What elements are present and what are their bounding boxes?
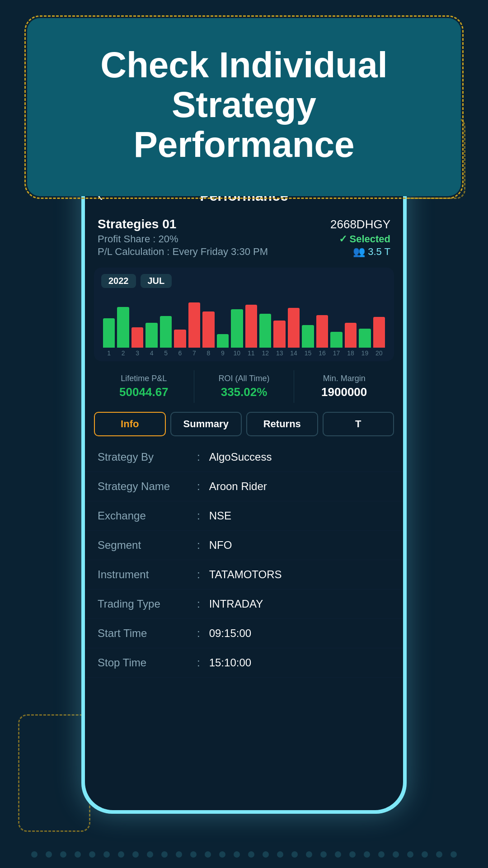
stat-lifetime-pl-label: Lifetime P&L xyxy=(99,374,189,383)
chart-bar-16 xyxy=(316,315,328,348)
chart-bar-6 xyxy=(174,330,186,348)
info-row-3: Segment : NFO xyxy=(85,531,403,560)
info-colon-0: : xyxy=(197,451,200,463)
info-row-1: Strategy Name : Aroon Rider xyxy=(85,472,403,501)
chart-bar-10 xyxy=(231,309,243,348)
chart-bar-2 xyxy=(117,307,129,348)
chart-bar-17 xyxy=(330,332,342,348)
info-colon-7: : xyxy=(197,656,200,669)
chart-bars xyxy=(101,293,387,348)
tab-summary[interactable]: Summary xyxy=(170,412,242,436)
info-key-2: Exchange xyxy=(98,509,197,522)
info-val-4: TATAMOTORS xyxy=(209,568,282,581)
phone-inner: 9:41 xyxy=(85,153,403,810)
profit-share: Profit Share : 20% xyxy=(98,233,178,245)
chart-bar-19 xyxy=(359,329,371,348)
info-key-4: Instrument xyxy=(98,568,197,581)
chart-bar-4 xyxy=(145,323,157,348)
info-key-1: Strategy Name xyxy=(98,480,197,493)
selected-status: ✓ Selected xyxy=(339,233,391,245)
chart-bar-18 xyxy=(345,323,357,348)
info-row-5: Trading Type : INTRADAY xyxy=(85,590,403,619)
chart-x-labels: 1234567891011121314151617181920 xyxy=(101,349,387,357)
chart-bar-14 xyxy=(288,308,300,348)
chart-bar-12 xyxy=(259,314,271,348)
stat-roi-label: ROI (All Time) xyxy=(199,374,290,383)
chart-bar-11 xyxy=(245,305,257,348)
chart-month-label[interactable]: JUL xyxy=(141,274,172,288)
users-count: 👥 3.5 T xyxy=(353,246,390,258)
chart-bar-15 xyxy=(302,325,314,348)
stat-min-margin: Min. Margin 1900000 xyxy=(294,370,394,403)
info-key-0: Strategy By xyxy=(98,451,197,463)
info-key-7: Stop Time xyxy=(98,656,197,669)
info-colon-2: : xyxy=(197,509,200,522)
info-val-5: INTRADAY xyxy=(209,598,263,610)
info-colon-4: : xyxy=(197,568,200,581)
chart-bar-1 xyxy=(103,318,115,348)
stat-roi: ROI (All Time) 335.02% xyxy=(194,370,294,403)
pl-calc: P/L Calculation : Every Friday 3:30 PM xyxy=(98,246,268,258)
tab-info[interactable]: Info xyxy=(94,412,166,436)
strategy-name: Strategies 01 xyxy=(98,217,176,231)
stat-lifetime-pl-value: 50044.67 xyxy=(99,385,189,399)
stat-roi-value: 335.02% xyxy=(199,385,290,399)
chart-year-label[interactable]: 2022 xyxy=(101,274,136,288)
header-card: Check Individual Strategy Performance xyxy=(27,18,461,196)
deco-rect-bottom xyxy=(18,714,90,832)
info-colon-3: : xyxy=(197,539,200,552)
chart-bar-20 xyxy=(373,317,385,348)
chart-bar-8 xyxy=(202,311,214,348)
info-colon-1: : xyxy=(197,480,200,493)
tab-returns[interactable]: Returns xyxy=(246,412,318,436)
info-key-6: Start Time xyxy=(98,627,197,640)
info-val-6: 09:15:00 xyxy=(209,627,251,640)
info-row-7: Stop Time : 15:10:00 xyxy=(85,648,403,678)
info-colon-5: : xyxy=(197,598,200,610)
info-section: Strategy By : AlgoSuccess Strategy Name … xyxy=(85,440,403,810)
info-val-1: Aroon Rider xyxy=(209,480,267,493)
background-dots xyxy=(0,841,488,868)
info-val-0: AlgoSuccess xyxy=(209,451,272,463)
stat-lifetime-pl: Lifetime P&L 50044.67 xyxy=(94,370,194,403)
info-key-5: Trading Type xyxy=(98,598,197,610)
info-row-4: Instrument : TATAMOTORS xyxy=(85,560,403,590)
info-row-0: Strategy By : AlgoSuccess xyxy=(85,443,403,472)
strategy-header: Strategies 01 2668DHGY Profit Share : 20… xyxy=(85,212,403,264)
chart-labels-top: 2022 JUL xyxy=(101,274,387,288)
info-colon-6: : xyxy=(197,627,200,640)
info-val-3: NFO xyxy=(209,539,232,552)
info-key-3: Segment xyxy=(98,539,197,552)
chart-bar-5 xyxy=(160,316,172,348)
strategy-code: 2668DHGY xyxy=(330,217,390,231)
tab-extra[interactable]: T xyxy=(323,412,394,436)
info-val-7: 15:10:00 xyxy=(209,656,251,669)
stat-min-margin-value: 1900000 xyxy=(299,385,389,399)
chart-bar-7 xyxy=(188,302,200,348)
info-val-2: NSE xyxy=(209,509,231,522)
tabs-row: Info Summary Returns T xyxy=(94,412,394,436)
header-title: Check Individual Strategy Performance xyxy=(63,45,425,165)
chart-bar-9 xyxy=(217,334,229,348)
chart-bar-3 xyxy=(131,327,143,348)
stat-min-margin-label: Min. Margin xyxy=(299,374,389,383)
check-icon: ✓ xyxy=(339,233,347,245)
phone-outer: 9:41 xyxy=(81,149,407,814)
phone-wrapper: 9:41 xyxy=(81,149,407,814)
chart-bar-13 xyxy=(273,321,285,348)
users-icon: 👥 xyxy=(353,246,365,258)
info-row-2: Exchange : NSE xyxy=(85,501,403,531)
info-row-6: Start Time : 09:15:00 xyxy=(85,619,403,648)
chart-container: 2022 JUL 1234567891011121314151617181920 xyxy=(94,268,394,361)
stats-row: Lifetime P&L 50044.67 ROI (All Time) 335… xyxy=(94,370,394,403)
